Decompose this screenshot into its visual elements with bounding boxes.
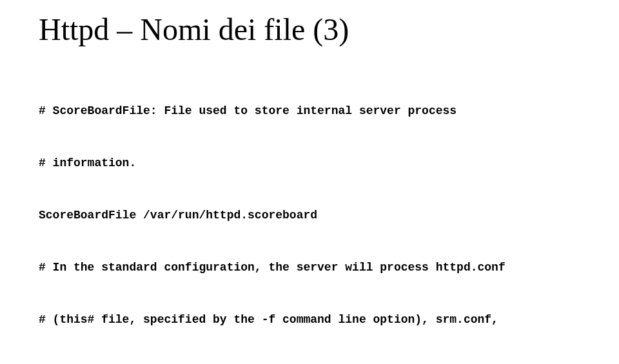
code-line: ScoreBoardFile /var/run/httpd.scoreboard: [39, 202, 580, 229]
config-code-block: # ScoreBoardFile: File used to store int…: [39, 72, 580, 364]
code-line: # and access.conf in that order. The lat…: [39, 359, 580, 365]
code-line: # information.: [39, 150, 580, 177]
slide-title: Httpd – Nomi dei file (3): [39, 12, 580, 47]
code-line: # In the standard configuration, the ser…: [39, 254, 580, 281]
code-line: # ScoreBoardFile: File used to store int…: [39, 98, 580, 124]
code-line: # (this# file, specified by the -f comma…: [39, 307, 580, 333]
